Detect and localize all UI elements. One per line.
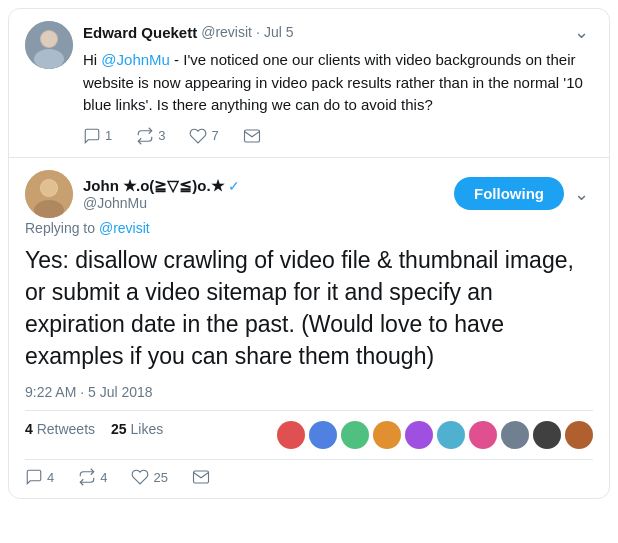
reply-button-1[interactable]: 1 — [83, 127, 112, 145]
retweet-stat: 4 Retweets — [25, 421, 95, 449]
retweet-count-main: 4 — [25, 421, 33, 437]
tweet-thread: Edward Quekett @revisit · Jul 5 ⌄ Hi @Jo… — [8, 8, 610, 499]
retweets-label: Retweets — [37, 421, 95, 437]
dm-button-main[interactable] — [192, 468, 210, 486]
liker-avatar-4 — [373, 421, 401, 449]
main-tweet-right-actions: Following ⌄ — [454, 177, 593, 210]
edward-username: @revisit — [201, 24, 252, 40]
like-count-1: 7 — [211, 128, 218, 143]
like-button-1[interactable]: 7 — [189, 127, 218, 145]
like-button-main[interactable]: 25 — [131, 468, 167, 486]
mention-johnmu[interactable]: @JohnMu — [101, 51, 170, 68]
replying-to-user-link[interactable]: @revisit — [99, 220, 150, 236]
svg-point-2 — [34, 49, 64, 69]
replying-to-label: Replying to @revisit — [25, 220, 593, 236]
liker-avatar-8 — [501, 421, 529, 449]
like-count-footer: 25 — [153, 470, 167, 485]
john-username: @JohnMu — [83, 195, 240, 211]
main-tweet-header: John ★.o(≧▽≦)o.★ ✓ @JohnMu Following ⌄ — [25, 170, 593, 218]
edward-avatar[interactable] — [25, 21, 73, 69]
retweet-count-1: 3 — [158, 128, 165, 143]
reply-count-1: 1 — [105, 128, 112, 143]
tweet1-actions: 1 3 7 — [83, 127, 593, 145]
svg-point-7 — [41, 180, 57, 196]
tweet1-meta: Edward Quekett @revisit · Jul 5 ⌄ — [83, 21, 593, 43]
liker-avatar-5 — [405, 421, 433, 449]
like-stat: 25 Likes — [111, 421, 163, 449]
tweet1-more-icon[interactable]: ⌄ — [570, 21, 593, 43]
liker-avatar-1 — [277, 421, 305, 449]
following-button[interactable]: Following — [454, 177, 564, 210]
tweet1-body: Hi @JohnMu - I've noticed one our client… — [83, 49, 593, 117]
tweet-timestamp: 9:22 AM · 5 Jul 2018 — [25, 384, 593, 400]
retweet-count-footer: 4 — [100, 470, 107, 485]
svg-point-3 — [41, 31, 57, 47]
liker-avatar-6 — [437, 421, 465, 449]
edward-display-name: Edward Quekett — [83, 24, 197, 41]
original-tweet: Edward Quekett @revisit · Jul 5 ⌄ Hi @Jo… — [9, 9, 609, 158]
main-tweet-body: Yes: disallow crawling of video file & t… — [25, 244, 593, 373]
liker-avatar-2 — [309, 421, 337, 449]
john-info: John ★.o(≧▽≦)o.★ ✓ @JohnMu — [83, 177, 240, 211]
likers-avatars — [179, 421, 593, 449]
john-display-name: John ★.o(≧▽≦)o.★ — [83, 177, 224, 195]
retweet-button-main[interactable]: 4 — [78, 468, 107, 486]
main-tweet-footer: 4 4 25 — [25, 468, 593, 486]
liker-avatar-9 — [533, 421, 561, 449]
reply-count-main: 4 — [47, 470, 54, 485]
dm-button-1[interactable] — [243, 127, 261, 145]
liker-avatar-7 — [469, 421, 497, 449]
main-tweet: John ★.o(≧▽≦)o.★ ✓ @JohnMu Following ⌄ R… — [9, 158, 609, 499]
like-count-main: 25 — [111, 421, 127, 437]
tweet1-name-row: Edward Quekett @revisit · Jul 5 — [83, 24, 293, 41]
likes-label: Likes — [131, 421, 164, 437]
retweet-button-1[interactable]: 3 — [136, 127, 165, 145]
liker-avatar-10 — [565, 421, 593, 449]
reply-button-main[interactable]: 4 — [25, 468, 54, 486]
main-tweet-left: John ★.o(≧▽≦)o.★ ✓ @JohnMu — [25, 170, 240, 218]
tweet1-header: Edward Quekett @revisit · Jul 5 ⌄ Hi @Jo… — [25, 21, 593, 145]
tweet2-more-icon[interactable]: ⌄ — [570, 183, 593, 205]
john-name-row: John ★.o(≧▽≦)o.★ ✓ — [83, 177, 240, 195]
tweet1-info: Edward Quekett @revisit · Jul 5 ⌄ Hi @Jo… — [83, 21, 593, 145]
john-avatar[interactable] — [25, 170, 73, 218]
tweet1-date: Jul 5 — [264, 24, 294, 40]
timestamp-link[interactable]: 9:22 AM · 5 Jul 2018 — [25, 384, 153, 400]
verified-badge-icon: ✓ — [228, 178, 240, 194]
tweet-stats: 4 Retweets 25 Likes — [25, 410, 593, 460]
liker-avatar-3 — [341, 421, 369, 449]
